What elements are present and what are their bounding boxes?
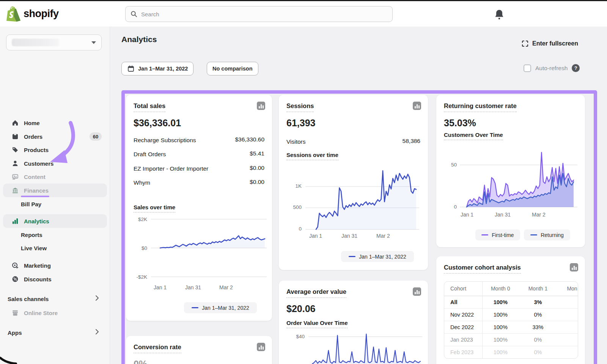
- orders-icon: [11, 133, 19, 140]
- cohort-header: Mon: [557, 282, 578, 296]
- home-icon: [11, 119, 19, 127]
- total-sales-title[interactable]: Total sales: [134, 102, 165, 112]
- ytick: 0: [439, 204, 457, 210]
- shopify-wordmark: shopify: [24, 8, 59, 20]
- conversion-rate-title[interactable]: Conversion rate: [134, 344, 181, 353]
- returning-customer-rate-card: Returning customer rate 35.03% Customers…: [436, 95, 585, 247]
- fullscreen-label: Enter fullscreen: [532, 40, 578, 47]
- sidebar-item-label: Live View: [21, 245, 47, 251]
- help-icon[interactable]: ?: [572, 64, 580, 72]
- sidebar-item-label: Analytics: [24, 218, 49, 224]
- comparison-label: No comparison: [212, 66, 253, 72]
- notification-bell-icon[interactable]: [494, 9, 505, 20]
- cohort-title[interactable]: Customer cohort analysis: [444, 264, 521, 274]
- sidebar-item-label: Marketing: [24, 262, 51, 269]
- cohort-header: Cohort: [444, 282, 482, 296]
- legend-label: Returning: [541, 232, 564, 238]
- average-order-value-card: Average order value $20.06 Order Value O…: [279, 281, 428, 364]
- products-icon: [11, 146, 19, 154]
- enter-fullscreen-button[interactable]: Enter fullscreen: [521, 40, 578, 47]
- rcr-value: 35.03%: [444, 118, 577, 129]
- first-time-legend: First-time: [475, 229, 520, 240]
- sidebar-item-label: Finances: [24, 187, 49, 194]
- shopify-bag-icon: [6, 6, 20, 22]
- legend-label: First-time: [492, 232, 514, 238]
- sidebar-item-discounts[interactable]: Discounts: [3, 272, 107, 286]
- sidebar-item-label: Reports: [21, 232, 42, 238]
- sidebar-item-analytics[interactable]: Analytics: [3, 214, 107, 228]
- sidebar-item-online-store[interactable]: Online Store: [3, 306, 107, 320]
- customer-cohort-analysis-card: Customer cohort analysis CohortMonth 0Mo…: [436, 256, 585, 364]
- ytick: $0: [130, 245, 147, 251]
- sessions-over-time-chart: [305, 163, 419, 231]
- sessions-title[interactable]: Sessions: [286, 102, 314, 112]
- search-icon: [130, 10, 138, 18]
- aov-value: $20.06: [286, 303, 420, 314]
- legend-dash: [530, 234, 537, 235]
- legend-dash: [481, 234, 488, 235]
- store-icon: [11, 309, 19, 317]
- cohort-header: Month 0: [482, 282, 519, 296]
- sidebar-section-apps[interactable]: Apps: [3, 326, 107, 339]
- order-value-over-time-chart: [308, 330, 422, 364]
- analytics-icon: [11, 217, 19, 225]
- calendar-icon: [127, 65, 135, 72]
- bar-chart-icon[interactable]: [257, 102, 265, 110]
- sidebar-item-live-view[interactable]: Live View: [3, 241, 107, 255]
- rcr-title[interactable]: Returning customer rate: [444, 102, 517, 112]
- sales-over-time-title[interactable]: Sales over time: [134, 204, 175, 213]
- legend-dash: [349, 256, 355, 257]
- sidebar-section-sales-channels[interactable]: Sales channels: [3, 293, 107, 305]
- breakdown-row: Recharge Subscriptions$36,330.60: [134, 136, 264, 144]
- search-input[interactable]: Search: [125, 6, 393, 22]
- total-sales-card: Total sales $36,336.01 Recharge Subscrip…: [126, 95, 272, 321]
- bar-chart-icon[interactable]: [257, 343, 265, 351]
- conversion-rate-value: 0%: [134, 359, 264, 364]
- discounts-icon: [11, 275, 19, 283]
- aov-title[interactable]: Average order value: [286, 288, 346, 298]
- chevron-down-icon: [91, 41, 96, 44]
- bar-chart-icon[interactable]: [570, 263, 578, 271]
- date-range-button[interactable]: Jan 1–Mar 31, 2022: [121, 62, 193, 75]
- store-selector[interactable]: [6, 35, 102, 50]
- xtick: Mar 2: [370, 233, 396, 239]
- bar-chart-icon[interactable]: [413, 102, 421, 110]
- cohort-row: Feb 2023100%0%: [444, 346, 578, 358]
- bar-chart-icon[interactable]: [413, 287, 421, 296]
- legend-label: Jan 1–Mar 31, 2022: [202, 305, 249, 311]
- cohort-row: Jan 2023100%0%: [444, 333, 578, 346]
- sidebar-item-label: Discounts: [24, 276, 52, 282]
- sidebar-item-bill-pay[interactable]: Bill Pay: [3, 197, 107, 211]
- customers-over-time-title[interactable]: Customers Over Time: [444, 132, 503, 140]
- order-value-over-time-title[interactable]: Order Value Over Time: [286, 320, 348, 328]
- sessions-over-time-title[interactable]: Sessions over time: [286, 152, 338, 160]
- orders-count-badge: 60: [90, 132, 102, 141]
- returning-legend: Returning: [524, 229, 570, 240]
- auto-refresh-checkbox[interactable]: [524, 64, 531, 72]
- customers-icon: [11, 160, 19, 167]
- shopify-logo[interactable]: shopify: [6, 6, 59, 22]
- comparison-button[interactable]: No comparison: [207, 62, 258, 75]
- sidebar-item-marketing[interactable]: Marketing: [3, 259, 107, 272]
- analytics-annotation-underline: [21, 196, 49, 197]
- cohort-header: Month 1: [519, 282, 557, 296]
- visitors-value: 58,386: [403, 138, 420, 146]
- breakdown-row: Whym$0.00: [134, 179, 264, 187]
- ytick: 50: [439, 162, 457, 168]
- xtick: Jan 1: [147, 284, 173, 290]
- ytick: 500: [284, 204, 302, 210]
- sidebar: HomeOrders60ProductsCustomersContentFina…: [0, 27, 110, 364]
- ytick: 1K: [284, 183, 302, 189]
- ytick: -$2K: [130, 274, 147, 280]
- sidebar-item-reports[interactable]: Reports: [3, 228, 107, 242]
- xtick: Jan 31: [489, 212, 516, 218]
- sidebar-item-content[interactable]: Content: [3, 170, 107, 184]
- legend-label: Jan 1–Mar 31, 2022: [359, 254, 406, 260]
- chevron-right-icon: [93, 294, 101, 302]
- date-range-label: Jan 1–Mar 31, 2022: [138, 66, 188, 72]
- ytick: 0: [284, 226, 302, 232]
- fullscreen-icon: [521, 40, 529, 47]
- xtick: Mar 2: [525, 212, 552, 218]
- breakdown-row: EZ Importer - Order Importer$0.00: [134, 165, 264, 173]
- sidebar-item-finances[interactable]: Finances: [3, 184, 107, 197]
